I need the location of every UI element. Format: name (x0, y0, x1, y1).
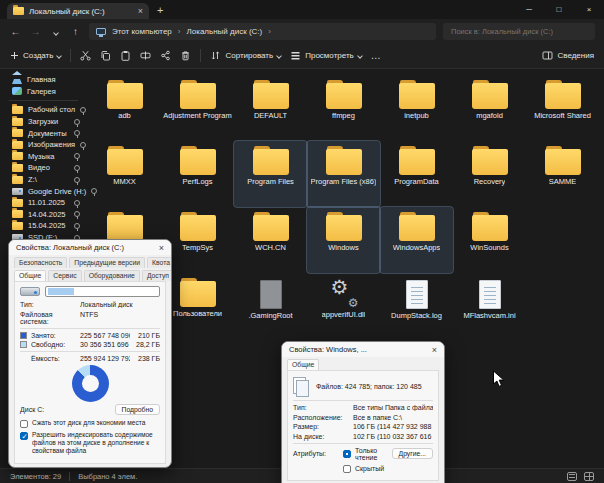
file-item[interactable]: SAMME (526, 141, 599, 207)
disk-chart-label: Диск C: (20, 406, 44, 413)
folder-icon (253, 212, 289, 241)
file-item[interactable]: WCH.CN (234, 207, 307, 273)
file-item[interactable]: WinSounds (453, 207, 526, 273)
back-button[interactable]: ← (9, 26, 22, 37)
status-selected-count: Выбрано 4 элем. (78, 472, 137, 481)
tab-sharing[interactable]: Доступ (142, 270, 172, 281)
maximize-button[interactable]: □ (544, 0, 574, 19)
pin-icon (74, 153, 80, 159)
file-item[interactable]: Recovery (453, 141, 526, 207)
sidebar-item-videos[interactable]: Видео (7, 162, 84, 174)
up-button[interactable]: ↑ (69, 26, 82, 37)
file-label: DEFAULT (254, 111, 287, 120)
file-item[interactable]: DumpStack.log (380, 273, 453, 339)
view-button[interactable]: Просмотреть (290, 50, 362, 61)
sidebar-item-date-folder[interactable]: 14.04.2025 (7, 209, 84, 221)
file-item[interactable]: MFlashvcam.ini (453, 273, 526, 339)
index-checkbox[interactable] (20, 432, 28, 440)
recent-locations-button[interactable] (49, 26, 62, 37)
file-item[interactable]: inetpub (380, 75, 453, 141)
document-icon (479, 280, 501, 309)
this-pc-icon (96, 28, 106, 35)
disk-usage-donut (72, 365, 109, 402)
compress-checkbox[interactable] (20, 420, 28, 428)
file-item[interactable]: Microsoft Shared (526, 75, 599, 141)
file-icon (260, 280, 282, 309)
readonly-label: Только чтение (355, 447, 388, 461)
grid-spacer (526, 207, 599, 273)
view-icon (290, 50, 301, 61)
file-label: adb (118, 111, 131, 120)
search-box[interactable] (443, 23, 595, 40)
explorer-tab[interactable]: Локальный диск (C:) × (7, 3, 149, 19)
breadcrumb-this-pc[interactable]: Этот компьютер (112, 27, 172, 36)
file-item[interactable]: Adjustment Program (161, 75, 234, 141)
sidebar-item-date-folder[interactable]: 11.01.2025 (7, 197, 84, 209)
file-item[interactable]: WindowsApps (380, 207, 453, 273)
details-pane-button[interactable]: Сведения (542, 50, 594, 61)
file-item[interactable]: .GamingRoot (234, 273, 307, 339)
sidebar-item-downloads[interactable]: Загрузки (7, 116, 84, 128)
sidebar-item-z-drive[interactable]: Z:\ (7, 174, 84, 186)
details-view-button[interactable] (567, 472, 577, 481)
tab-general[interactable]: Общие (14, 270, 46, 281)
tab-close-icon[interactable]: × (138, 6, 143, 16)
hidden-checkbox[interactable] (343, 465, 351, 473)
file-item[interactable]: Windows (307, 207, 380, 273)
file-item[interactable]: PerfLogs (161, 141, 234, 207)
sidebar-item-music[interactable]: Музыка (7, 151, 84, 163)
folder-icon (12, 164, 23, 172)
file-label: Program Files (x86) (311, 177, 377, 186)
share-button[interactable] (160, 50, 171, 61)
sidebar-item-desktop[interactable]: Рабочий стол (7, 104, 84, 116)
file-item[interactable]: DEFAULT (234, 75, 307, 141)
sidebar-item-home[interactable]: Главная (7, 74, 84, 86)
paste-button[interactable] (120, 50, 131, 61)
details-button[interactable]: Подробно (115, 404, 160, 415)
cut-button[interactable] (80, 50, 91, 61)
tab-hardware[interactable]: Оборудование (84, 270, 140, 281)
close-button[interactable]: × (574, 0, 604, 19)
file-item[interactable]: ffmpeg (307, 75, 380, 141)
sidebar-item-documents[interactable]: Документы (7, 127, 84, 139)
file-label: Program Files (247, 177, 294, 186)
file-item[interactable]: adb (88, 75, 161, 141)
new-button[interactable]: Создать (10, 51, 61, 60)
new-tab-button[interactable]: + (157, 4, 163, 16)
sidebar-item-date-folder[interactable]: 15.04.2025 (7, 220, 84, 232)
file-label: MFlashvcam.ini (463, 311, 515, 320)
file-item[interactable]: Program Files (234, 141, 307, 207)
sidebar-item-pictures[interactable]: Изображения (7, 139, 84, 151)
close-icon[interactable]: × (432, 345, 437, 355)
file-label: DumpStack.log (391, 311, 442, 320)
file-item[interactable]: MMXX (88, 141, 161, 207)
breadcrumb-current[interactable]: Локальный диск (C:) (187, 27, 263, 36)
volume-label-input[interactable] (45, 286, 160, 297)
tab-tools[interactable]: Сервис (48, 270, 81, 281)
dialog-titlebar[interactable]: Свойства: Локальный диск (C:) × (9, 240, 171, 255)
large-icons-view-button[interactable] (584, 472, 594, 481)
address-bar[interactable]: Этот компьютер › Локальный диск (C:) › (89, 23, 436, 40)
advanced-button[interactable]: Другие... (392, 448, 433, 459)
sidebar-item-google-drive[interactable]: Google Drive (H:) (7, 185, 84, 197)
forward-button[interactable]: → (29, 26, 42, 37)
dialog-titlebar[interactable]: Свойства: Windows, ... × (282, 342, 444, 357)
file-item[interactable]: mgafold (453, 75, 526, 141)
close-icon[interactable]: × (159, 243, 164, 253)
readonly-checkbox[interactable] (343, 450, 351, 458)
search-input[interactable] (449, 26, 589, 37)
sidebar-item-gallery[interactable]: Галерея (7, 86, 84, 98)
copy-button[interactable] (100, 50, 111, 61)
tab-quota[interactable]: Квота (147, 257, 172, 268)
tab-security[interactable]: Безопасность (14, 257, 67, 268)
file-item[interactable]: Program Files (x86) (307, 141, 380, 207)
tab-previous-versions[interactable]: Предыдущие версии (69, 257, 145, 268)
sort-button[interactable]: Сортировать (210, 50, 281, 61)
file-item[interactable]: ProgramData (380, 141, 453, 207)
tab-general[interactable]: Общие (287, 359, 319, 370)
delete-button[interactable] (180, 50, 191, 61)
more-button[interactable]: … (371, 50, 382, 61)
minimize-button[interactable]: ─ (514, 0, 544, 19)
file-item[interactable]: appverifUI.dll (307, 273, 380, 339)
rename-button[interactable] (140, 50, 151, 61)
